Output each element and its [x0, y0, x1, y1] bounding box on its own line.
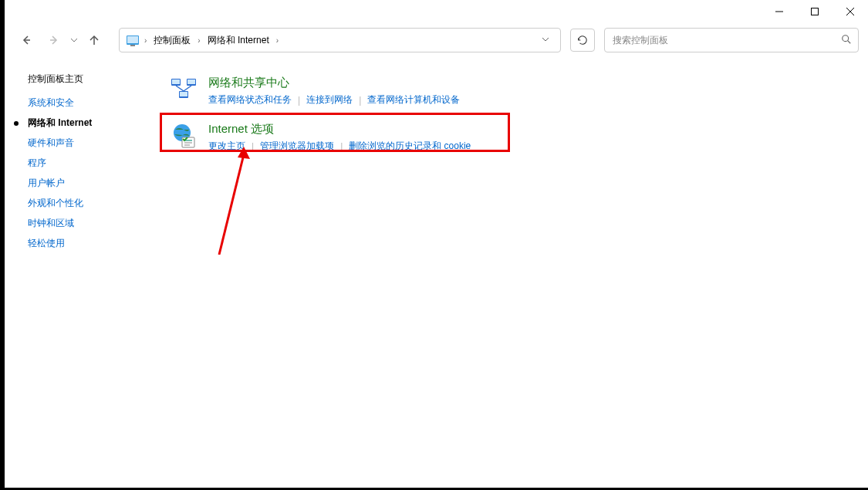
- close-button[interactable]: [833, 0, 868, 23]
- control-panel-icon: [126, 33, 140, 47]
- internet-options-icon: [170, 122, 198, 150]
- address-dropdown[interactable]: [537, 35, 554, 45]
- sidebar-item-programs[interactable]: 程序: [28, 157, 151, 170]
- search-icon: [841, 34, 852, 47]
- main-panel: 网络和共享中心 查看网络状态和任务 | 连接到网络 | 查看网络计算机和设备: [151, 73, 868, 485]
- sidebar-heading[interactable]: 控制面板主页: [28, 73, 151, 86]
- chevron-right-icon: ›: [276, 36, 279, 45]
- svg-rect-15: [187, 79, 195, 84]
- svg-line-18: [176, 86, 184, 91]
- link-delete-history[interactable]: 删除浏览的历史记录和 cookie: [349, 140, 471, 153]
- network-sharing-icon: [170, 76, 198, 103]
- category-title[interactable]: Internet 选项: [208, 122, 471, 137]
- link-connect-network[interactable]: 连接到网络: [306, 93, 353, 106]
- minimize-button[interactable]: [762, 0, 797, 23]
- breadcrumb-item[interactable]: 网络和 Internet: [205, 33, 272, 48]
- sidebar-item-system-security[interactable]: 系统和安全: [28, 96, 151, 110]
- category-title[interactable]: 网络和共享中心: [208, 76, 460, 90]
- forward-button[interactable]: [42, 28, 66, 52]
- sidebar-item-network-internet[interactable]: 网络和 Internet: [28, 117, 151, 130]
- history-dropdown[interactable]: [69, 36, 79, 44]
- svg-line-19: [184, 86, 191, 91]
- svg-point-10: [843, 35, 849, 41]
- link-manage-addons[interactable]: 管理浏览器加载项: [260, 140, 334, 153]
- svg-rect-8: [127, 36, 138, 43]
- category-internet-options: Internet 选项 更改主页 | 管理浏览器加载项 | 删除浏览的历史记录和…: [170, 119, 868, 156]
- category-network-sharing: 网络和共享中心 查看网络状态和任务 | 连接到网络 | 查看网络计算机和设备: [170, 73, 868, 110]
- chevron-right-icon: ›: [198, 36, 200, 45]
- search-box[interactable]: [604, 28, 859, 52]
- sidebar-item-user-accounts[interactable]: 用户帐户: [28, 177, 151, 190]
- window: › 控制面板 › 网络和 Internet › 控制面板主页 系统和安全 网络和…: [0, 0, 868, 490]
- maximize-button[interactable]: [797, 0, 833, 23]
- svg-rect-1: [812, 8, 819, 15]
- breadcrumb-item[interactable]: 控制面板: [151, 33, 193, 48]
- chevron-right-icon: ›: [144, 36, 147, 45]
- window-controls: [762, 0, 868, 23]
- sidebar-item-hardware-sound[interactable]: 硬件和声音: [28, 137, 151, 150]
- refresh-button[interactable]: [570, 29, 595, 52]
- link-change-homepage[interactable]: 更改主页: [208, 140, 245, 153]
- svg-rect-17: [180, 92, 187, 96]
- back-button[interactable]: [14, 28, 39, 52]
- link-view-devices[interactable]: 查看网络计算机和设备: [367, 93, 460, 106]
- nav-row: › 控制面板 › 网络和 Internet ›: [5, 25, 868, 56]
- sidebar-item-ease-of-access[interactable]: 轻松使用: [28, 237, 151, 250]
- svg-rect-9: [130, 45, 135, 46]
- sidebar-item-appearance[interactable]: 外观和个性化: [28, 197, 151, 210]
- titlebar: [5, 0, 868, 25]
- link-view-network-status[interactable]: 查看网络状态和任务: [208, 93, 292, 106]
- address-bar[interactable]: › 控制面板 › 网络和 Internet ›: [119, 28, 561, 52]
- sidebar-item-clock-region[interactable]: 时钟和区域: [28, 217, 151, 230]
- sidebar: 控制面板主页 系统和安全 网络和 Internet 硬件和声音 程序 用户帐户 …: [5, 73, 151, 485]
- body: 控制面板主页 系统和安全 网络和 Internet 硬件和声音 程序 用户帐户 …: [5, 56, 868, 485]
- search-input[interactable]: [611, 34, 841, 46]
- up-button[interactable]: [82, 28, 106, 52]
- svg-line-11: [848, 40, 851, 43]
- svg-rect-13: [172, 79, 180, 84]
